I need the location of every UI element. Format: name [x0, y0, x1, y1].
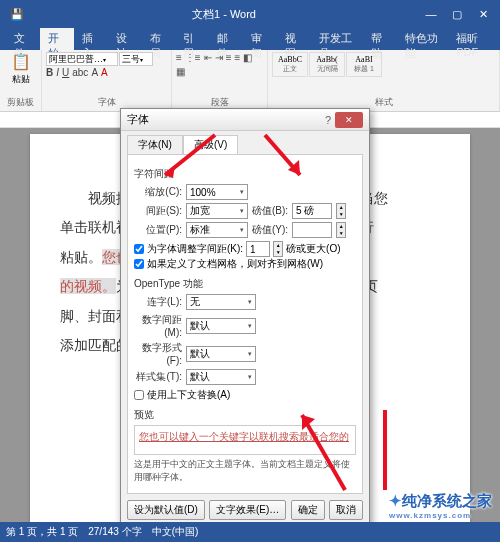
numbering-button[interactable]: ⋮≡ [185, 52, 201, 63]
pos-label: 位置(P): [134, 223, 182, 237]
font-size-select[interactable]: 三号▾ [119, 52, 153, 66]
shading-button[interactable]: ◧ [243, 52, 252, 63]
max-button[interactable]: ▢ [444, 4, 470, 24]
strike-button[interactable]: abc [72, 67, 88, 78]
preview-label: 预览 [134, 408, 356, 422]
doc-title: 文档1 - Word [30, 7, 418, 22]
align-left-button[interactable]: ≡ [226, 52, 232, 63]
styleset-label: 样式集(T): [134, 370, 182, 384]
default-button[interactable]: 设为默认值(D) [127, 500, 205, 520]
tab-引用[interactable]: 引用 [175, 28, 209, 50]
ok-button[interactable]: 确定 [291, 500, 325, 520]
indent-inc-button[interactable]: ⇥ [215, 52, 223, 63]
numform-select[interactable]: 默认▾ [186, 346, 256, 362]
pos-pt-input[interactable] [292, 222, 332, 238]
opentype-section-label: OpenType 功能 [134, 277, 356, 291]
clipboard-group-label: 剪贴板 [4, 96, 37, 109]
tab-font[interactable]: 字体(N) [127, 135, 183, 154]
dialog-close-button[interactable]: ✕ [335, 112, 363, 128]
spacing-spinner[interactable]: ▲▼ [336, 203, 346, 219]
kerning-checkbox[interactable] [134, 244, 144, 254]
tab-邮件[interactable]: 邮件 [209, 28, 243, 50]
indent-dec-button[interactable]: ⇤ [204, 52, 212, 63]
paste-label[interactable]: 粘贴 [12, 73, 30, 86]
tab-布局[interactable]: 布局 [142, 28, 176, 50]
underline-button[interactable]: U [62, 67, 69, 78]
tab-帮助[interactable]: 帮助 [363, 28, 397, 50]
watermark: ✦纯净系统之家 www.kzmsys.com [389, 492, 492, 520]
spacing-section-label: 字符间距 [134, 167, 356, 181]
paste-icon[interactable]: 📋 [11, 52, 31, 71]
scale-label: 缩放(C): [134, 185, 182, 199]
dialog-title: 字体 [127, 112, 149, 127]
tab-开始[interactable]: 开始 [40, 28, 74, 50]
numspacing-label: 数字间距(M): [134, 313, 182, 338]
cancel-button[interactable]: 取消 [329, 500, 363, 520]
style-item[interactable]: AaBb(无间隔 [309, 52, 345, 77]
grid-checkbox[interactable] [134, 259, 144, 269]
ribbon-tabs: 文件开始插入设计布局引用邮件审阅视图开发工具帮助特色功能福昕PDF [0, 28, 500, 50]
highlight-button[interactable]: A [91, 67, 98, 78]
kerning-input[interactable]: 1 [246, 241, 270, 257]
tab-文件[interactable]: 文件 [6, 28, 40, 50]
spacing-select[interactable]: 加宽▾ [186, 203, 248, 219]
kerning-label: 为字体调整字间距(K): [147, 242, 243, 256]
numform-label: 数字形式(F): [134, 341, 182, 366]
font-dialog: 字体 ? ✕ 字体(N) 高级(V) 字符间距 缩放(C): 100%▾ 间距(… [120, 108, 370, 527]
ribbon: 📋 粘贴 剪贴板 阿里巴巴普…▾ 三号▾ B I U abc A A 字体 ≡ … [0, 50, 500, 112]
context-checkbox[interactable] [134, 390, 144, 400]
preview-box: 您也可以键入一个关键字以联机搜索最适合您的 [134, 425, 356, 455]
tab-福昕PDF[interactable]: 福昕PDF [448, 28, 500, 50]
style-item[interactable]: AaBbC正文 [272, 52, 308, 77]
ligatures-select[interactable]: 无▾ [186, 294, 256, 310]
scale-select[interactable]: 100%▾ [186, 184, 248, 200]
status-page[interactable]: 第 1 页，共 1 页 [6, 525, 78, 539]
bullets-button[interactable]: ≡ [176, 52, 182, 63]
align-center-button[interactable]: ≡ [235, 52, 241, 63]
tab-视图[interactable]: 视图 [277, 28, 311, 50]
borders-button[interactable]: ▦ [176, 66, 185, 77]
dialog-help-button[interactable]: ? [325, 114, 331, 126]
tab-审阅[interactable]: 审阅 [243, 28, 277, 50]
tab-开发工具[interactable]: 开发工具 [311, 28, 363, 50]
font-name-select[interactable]: 阿里巴巴普…▾ [46, 52, 118, 66]
close-button[interactable]: ✕ [470, 4, 496, 24]
bold-button[interactable]: B [46, 67, 53, 78]
preview-note: 这是用于中文的正文主题字体。当前文档主题定义将使用哪种字体。 [134, 458, 356, 484]
text-effects-button[interactable]: 文字效果(E)… [209, 500, 286, 520]
status-bar: 第 1 页，共 1 页 27/143 个字 中文(中国) [0, 522, 500, 542]
italic-button[interactable]: I [56, 67, 59, 78]
tab-插入[interactable]: 插入 [74, 28, 108, 50]
spacing-label: 间距(S): [134, 204, 182, 218]
pos-spinner[interactable]: ▲▼ [336, 222, 346, 238]
tab-特色功能[interactable]: 特色功能 [397, 28, 449, 50]
spacing-pt-label: 磅值(B): [252, 204, 288, 218]
context-label: 使用上下文替换(A) [147, 388, 230, 402]
styleset-select[interactable]: 默认▾ [186, 369, 256, 385]
tab-设计[interactable]: 设计 [108, 28, 142, 50]
ligatures-label: 连字(L): [134, 295, 182, 309]
min-button[interactable]: — [418, 4, 444, 24]
save-icon[interactable]: 💾 [4, 4, 30, 24]
pos-select[interactable]: 标准▾ [186, 222, 248, 238]
spacing-pt-input[interactable]: 5 磅 [292, 203, 332, 219]
status-words[interactable]: 27/143 个字 [88, 525, 141, 539]
grid-label: 如果定义了文档网格，则对齐到网格(W) [147, 257, 323, 271]
kerning-spinner[interactable]: ▲▼ [273, 241, 283, 257]
style-item[interactable]: AaBI标题 1 [346, 52, 382, 77]
tab-advanced[interactable]: 高级(V) [183, 135, 238, 154]
pos-pt-label: 磅值(Y): [252, 223, 288, 237]
numspacing-select[interactable]: 默认▾ [186, 318, 256, 334]
font-color-button[interactable]: A [101, 67, 108, 78]
status-lang[interactable]: 中文(中国) [152, 525, 199, 539]
